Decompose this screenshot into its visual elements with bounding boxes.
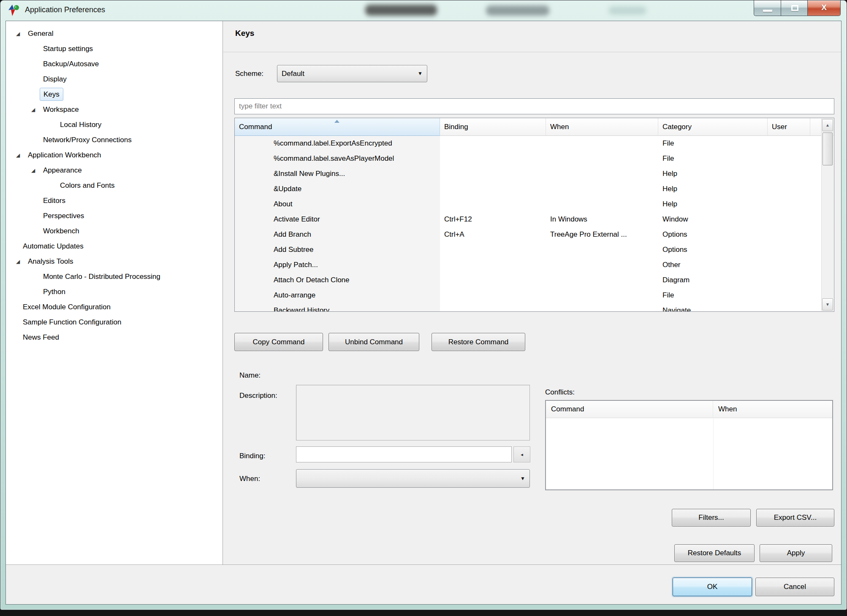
sidebar-item-local-history[interactable]: Local History: [6, 117, 223, 132]
table-row[interactable]: AboutHelp: [235, 197, 834, 212]
sidebar-item-backup-autosave[interactable]: Backup/Autosave: [6, 57, 223, 72]
sidebar-item-appearance[interactable]: ◢Appearance: [6, 163, 223, 178]
table-scrollbar[interactable]: ▲ ▼: [821, 119, 833, 311]
table-row[interactable]: Add SubtreeOptions: [235, 242, 834, 257]
sidebar-item-display[interactable]: Display: [6, 72, 223, 87]
binding-options-button[interactable]: ◂: [513, 446, 530, 462]
sidebar-item-general[interactable]: ◢General: [6, 26, 223, 41]
left-arrow-icon: ◂: [521, 452, 523, 457]
conflicts-header-row: Command When: [546, 401, 832, 418]
redaction-smudge: [486, 5, 549, 16]
window-title: Application Preferences: [25, 5, 105, 14]
sort-ascending-icon: [334, 120, 339, 123]
expand-arrow-icon[interactable]: ◢: [31, 163, 35, 178]
redaction-smudge: [365, 5, 437, 16]
app-icon: [8, 4, 21, 17]
table-row[interactable]: Attach Or Detach CloneDiagram: [235, 273, 834, 288]
maximize-button[interactable]: [781, 0, 808, 16]
sidebar-item-sample-function[interactable]: Sample Function Configuration: [6, 315, 223, 330]
scheme-selected-value: Default: [282, 70, 304, 78]
copy-command-button[interactable]: Copy Command: [234, 333, 323, 351]
close-icon: X: [808, 3, 840, 12]
keys-preference-page: Keys Scheme: Default ▼ Command Binding W…: [223, 21, 842, 565]
when-select[interactable]: ▼: [296, 469, 530, 488]
unbind-command-button[interactable]: Unbind Command: [328, 333, 419, 351]
filter-input[interactable]: [234, 98, 834, 114]
expand-arrow-icon[interactable]: ◢: [16, 148, 20, 163]
sidebar-item-network-proxy[interactable]: Network/Proxy Connections: [6, 132, 223, 148]
table-row[interactable]: Activate EditorCtrl+F12In WindowsWindow: [235, 212, 834, 227]
sidebar-item-editors[interactable]: Editors: [6, 193, 223, 208]
sidebar-item-python[interactable]: Python: [6, 284, 223, 300]
table-row[interactable]: Backward HistoryNavigate: [235, 303, 834, 312]
dialog-footer: OK Cancel: [6, 565, 841, 605]
scroll-up-icon[interactable]: ▲: [822, 119, 833, 131]
heading-divider: [223, 52, 842, 52]
chevron-down-icon: ▼: [418, 65, 423, 82]
scheme-label: Scheme:: [235, 65, 263, 82]
key-bindings-table: Command Binding When Category User %comm…: [234, 118, 834, 312]
page-title: Keys: [235, 29, 254, 38]
table-row[interactable]: Auto-arrangeFile: [235, 288, 834, 303]
chevron-down-icon: ▼: [520, 470, 525, 487]
ok-button[interactable]: OK: [673, 578, 752, 596]
restore-defaults-button[interactable]: Restore Defaults: [674, 544, 755, 562]
filters-button[interactable]: Filters...: [672, 509, 751, 527]
table-row[interactable]: &Install New Plugins...Help: [235, 166, 834, 181]
table-header-row: Command Binding When Category User: [235, 118, 834, 136]
conflicts-column-command[interactable]: Command: [546, 401, 713, 418]
minimize-button[interactable]: [754, 0, 781, 16]
column-header-user[interactable]: User: [768, 118, 810, 136]
table-row[interactable]: %command.label.ExportAsEncryptedFile: [235, 136, 834, 151]
export-csv-button[interactable]: Export CSV...: [756, 509, 834, 527]
apply-button[interactable]: Apply: [760, 544, 832, 562]
conflicts-table: Command When: [545, 400, 833, 490]
binding-label: Binding:: [239, 452, 265, 460]
sidebar-item-workspace[interactable]: ◢Workspace: [6, 102, 223, 117]
table-row[interactable]: &UpdateHelp: [235, 181, 834, 197]
sidebar-item-keys[interactable]: Keys: [6, 87, 223, 102]
redaction-smudge: [608, 6, 646, 15]
sidebar-item-monte-carlo[interactable]: Monte Carlo - Distributed Processing: [6, 269, 223, 284]
sidebar-item-startup-settings[interactable]: Startup settings: [6, 41, 223, 57]
conflicts-label: Conflicts:: [545, 388, 575, 397]
column-header-binding[interactable]: Binding: [440, 118, 546, 136]
conflicts-body: [546, 418, 832, 489]
preferences-tree: ◢General Startup settings Backup/Autosav…: [6, 21, 223, 565]
table-row[interactable]: Add BranchCtrl+ATreeAge Pro External ...…: [235, 227, 834, 242]
window-controls: X: [754, 0, 841, 16]
description-label: Description:: [239, 392, 277, 400]
column-header-command[interactable]: Command: [235, 118, 440, 136]
sidebar-item-perspectives[interactable]: Perspectives: [6, 208, 223, 224]
table-row[interactable]: %command.label.saveAsPlayerModelFile: [235, 151, 834, 166]
table-row[interactable]: Apply Patch...Other: [235, 257, 834, 273]
close-button[interactable]: X: [808, 0, 841, 16]
application-preferences-window: Application Preferences X ◢General Start…: [0, 0, 847, 610]
scroll-down-icon[interactable]: ▼: [822, 298, 833, 311]
sidebar-item-colors-and-fonts[interactable]: Colors and Fonts: [6, 178, 223, 193]
column-header-when[interactable]: When: [546, 118, 658, 136]
scheme-select[interactable]: Default ▼: [277, 65, 427, 82]
sidebar-item-workbench[interactable]: Workbench: [6, 224, 223, 239]
conflicts-column-when[interactable]: When: [713, 401, 832, 418]
sidebar-item-news-feed[interactable]: News Feed: [6, 330, 223, 345]
table-body: %command.label.ExportAsEncryptedFile %co…: [235, 136, 834, 312]
restore-command-button[interactable]: Restore Command: [432, 333, 525, 351]
expand-arrow-icon[interactable]: ◢: [31, 102, 35, 117]
expand-arrow-icon[interactable]: ◢: [16, 26, 20, 41]
sidebar-item-application-workbench[interactable]: ◢Application Workbench: [6, 148, 223, 163]
binding-field[interactable]: [296, 446, 512, 462]
expand-arrow-icon[interactable]: ◢: [16, 254, 20, 269]
minimize-icon: [763, 10, 772, 12]
description-field: [296, 385, 530, 440]
scrollbar-thumb[interactable]: [823, 132, 833, 165]
column-header-category[interactable]: Category: [658, 118, 768, 136]
dialog-content: ◢General Startup settings Backup/Autosav…: [5, 21, 842, 605]
cancel-button[interactable]: Cancel: [755, 578, 834, 596]
sidebar-item-automatic-updates[interactable]: Automatic Updates: [6, 239, 223, 254]
when-label: When:: [239, 475, 260, 483]
titlebar[interactable]: Application Preferences X: [0, 0, 847, 21]
sidebar-item-analysis-tools[interactable]: ◢Analysis Tools: [6, 254, 223, 269]
maximize-icon: [791, 5, 798, 11]
sidebar-item-excel-module[interactable]: Excel Module Configuration: [6, 300, 223, 315]
